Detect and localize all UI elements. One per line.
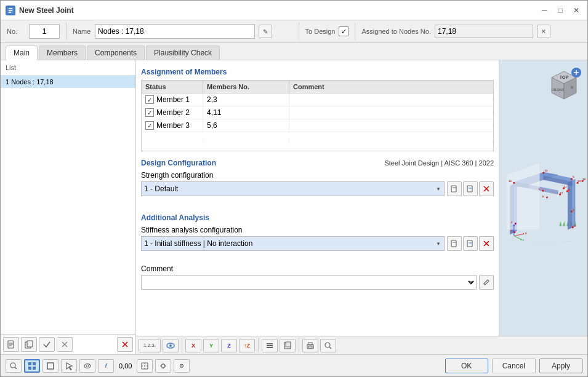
copy-button[interactable] [21,337,37,352]
svg-rect-16 [467,186,472,192]
member1-checkbox[interactable]: ✓ [145,95,154,104]
svg-point-77 [169,344,172,347]
comment-edit-btn[interactable] [479,275,494,290]
name-edit-button[interactable]: ✎ [259,25,272,38]
to-design-checkbox[interactable]: ✓ [339,26,348,36]
bottom-cursor-btn[interactable] [137,359,153,373]
strength-edit-btn[interactable] [463,181,478,196]
new-button[interactable] [3,337,19,352]
cross-button[interactable] [57,337,73,352]
strength-delete-btn[interactable] [479,181,494,196]
svg-line-87 [329,347,331,349]
view-numbers-btn[interactable]: 1.2.3. [139,339,161,352]
node-8 [572,226,574,228]
stiffness-select[interactable]: 1 - Initial stiffness | No interaction [141,236,445,251]
cancel-button[interactable]: Cancel [492,359,536,373]
svg-rect-82 [286,342,291,347]
window-icon [6,6,15,15]
view-toolbar: 1.2.3. X Y Z ↑Z [136,336,587,354]
td-comment-1 [289,98,493,101]
apply-button[interactable]: Apply [539,359,582,373]
tabs-row: Main Members Components Plausibility Che… [1,43,587,60]
bottom-node-btn[interactable] [155,359,171,373]
to-design-field: To Design ✓ [299,23,356,40]
stiffness-select-wrapper: 1 - Initial stiffness | No interaction [141,236,445,251]
assigned-nodes-clear-button[interactable]: ✕ [537,25,550,38]
view-search-btn[interactable] [320,339,336,352]
to-design-label: To Design [305,28,336,35]
strength-config-label-row: Strength configuration [141,171,494,180]
comment-select[interactable] [141,275,477,290]
additional-analysis-section: Additional Analysis Stiffness analysis c… [141,211,494,255]
view-cube-btn[interactable] [280,339,296,352]
assigned-nodes-input[interactable] [435,25,533,38]
svg-text:18: 18 [582,178,586,181]
member3-checkbox[interactable]: ✓ [145,121,154,130]
svg-text:16: 16 [509,180,512,183]
member2-checkbox[interactable]: ✓ [145,108,154,117]
td-members-3: 5,6 [203,119,289,132]
tab-plausibility-check[interactable]: Plausibility Check [146,46,220,60]
bottom-func-btn[interactable]: f [98,359,114,373]
member1-label: Member 1 [156,95,190,104]
view-x-btn[interactable]: X [185,339,201,352]
list-item[interactable]: 1 Nodes : 17,18 [1,76,135,88]
view-eye-btn[interactable] [163,339,179,352]
design-config-row: Design Configuration Steel Joint Design … [141,159,494,167]
node-6 [571,178,573,180]
bottom-box-btn[interactable] [42,359,58,373]
toolbar-divider3 [299,338,299,352]
close-button[interactable]: ✕ [570,4,582,17]
tab-components[interactable]: Components [87,46,145,60]
view-layers-btn[interactable] [262,339,278,352]
name-label: Name [73,28,91,35]
view-z-btn[interactable]: Z [221,339,237,352]
header-row: No. Name ✎ To Design ✓ Assigned to Nodes… [1,20,587,43]
no-label: No. [7,28,25,35]
svg-text:FRONT: FRONT [552,88,565,92]
view-y-btn[interactable]: Y [203,339,219,352]
td-members-1: 2,3 [203,93,289,106]
window-title: New Steel Joint [19,6,534,15]
assignment-section: Assignment of Members Status Members No.… [141,65,494,159]
svg-rect-92 [28,367,31,370]
svg-text:15: 15 [544,169,547,172]
minimize-button[interactable]: ─ [538,4,550,17]
ok-button[interactable]: OK [445,359,488,373]
svg-point-88 [10,363,15,368]
delete-button[interactable] [117,337,133,352]
svg-rect-85 [308,346,312,348]
maximize-button[interactable]: □ [554,4,566,17]
toolbar-divider2 [258,338,259,352]
3d-viewport: 15 6 16 5 17 4 22 11 20 18 2 7 3 8 [499,60,587,336]
no-input[interactable] [29,24,60,39]
stiffness-config-label: Stiffness analysis configuration [141,226,243,234]
name-input[interactable] [95,24,255,39]
node-3 [571,210,573,212]
tab-members[interactable]: Members [39,46,86,60]
bottom-tag-btn[interactable]: ⚙ [174,359,190,373]
stiffness-edit-btn[interactable] [463,236,478,251]
nav-cube[interactable]: TOP FRONT R [546,65,582,102]
name-field: Name ✎ [66,23,299,40]
th-members-no: Members No. [203,81,289,93]
view-z2-btn[interactable]: ↑Z [239,339,255,352]
stiffness-config-row: 1 - Initial stiffness | No interaction [141,236,494,251]
tab-main[interactable]: Main [6,46,38,60]
strength-select[interactable]: 1 - Default [141,181,445,196]
bottom-search-btn[interactable] [6,359,22,373]
strength-new-btn[interactable] [447,181,462,196]
right-content: Assignment of Members Status Members No.… [136,60,587,354]
check-button[interactable] [39,337,55,352]
bottom-select-btn[interactable] [61,359,77,373]
strength-select-wrapper: 1 - Default [141,181,445,196]
svg-rect-14 [451,186,456,192]
bottom-grid-btn[interactable] [24,359,40,373]
list-item-label: 1 Nodes : 17,18 [6,78,54,85]
stiffness-delete-btn[interactable] [479,236,494,251]
bottom-eye2-btn[interactable] [79,359,95,373]
stiffness-new-btn[interactable] [447,236,462,251]
view-print-btn[interactable] [302,339,318,352]
strength-btn-group [447,181,494,196]
svg-text:11: 11 [563,185,566,188]
